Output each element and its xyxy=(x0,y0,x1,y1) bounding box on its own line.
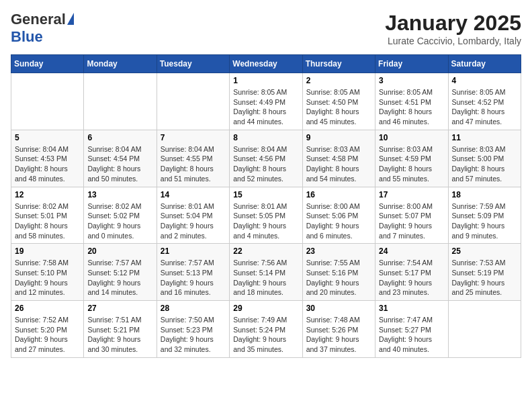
day-info: Sunrise: 7:58 AM Sunset: 5:10 PM Dayligh… xyxy=(15,258,80,298)
calendar-cell: 31Sunrise: 7:47 AM Sunset: 5:27 PM Dayli… xyxy=(375,301,448,358)
day-number: 6 xyxy=(87,133,152,142)
day-number: 20 xyxy=(87,246,152,256)
logo-general-text: General xyxy=(11,11,66,28)
calendar-cell: 3Sunrise: 8:05 AM Sunset: 4:51 PM Daylig… xyxy=(375,73,448,130)
weekday-header-monday: Monday xyxy=(84,55,157,73)
day-info: Sunrise: 8:00 AM Sunset: 5:06 PM Dayligh… xyxy=(306,201,371,241)
calendar-cell: 25Sunrise: 7:53 AM Sunset: 5:19 PM Dayli… xyxy=(448,244,521,301)
weekday-header-thursday: Thursday xyxy=(302,55,375,73)
day-info: Sunrise: 7:56 AM Sunset: 5:14 PM Dayligh… xyxy=(233,258,298,298)
calendar-week-row: 1Sunrise: 8:05 AM Sunset: 4:49 PM Daylig… xyxy=(11,73,521,130)
calendar-cell: 18Sunrise: 7:59 AM Sunset: 5:09 PM Dayli… xyxy=(448,187,521,244)
day-info: Sunrise: 8:04 AM Sunset: 4:53 PM Dayligh… xyxy=(15,144,80,184)
calendar-cell: 4Sunrise: 8:05 AM Sunset: 4:52 PM Daylig… xyxy=(448,73,521,130)
day-number: 22 xyxy=(233,246,298,256)
day-info: Sunrise: 7:53 AM Sunset: 5:19 PM Dayligh… xyxy=(452,258,517,298)
day-info: Sunrise: 8:03 AM Sunset: 4:59 PM Dayligh… xyxy=(379,144,444,184)
day-number: 13 xyxy=(87,190,152,199)
day-number: 21 xyxy=(161,246,226,256)
calendar-week-row: 12Sunrise: 8:02 AM Sunset: 5:01 PM Dayli… xyxy=(11,187,521,244)
calendar-cell: 12Sunrise: 8:02 AM Sunset: 5:01 PM Dayli… xyxy=(11,187,84,244)
day-info: Sunrise: 7:57 AM Sunset: 5:13 PM Dayligh… xyxy=(161,258,226,298)
calendar-table: SundayMondayTuesdayWednesdayThursdayFrid… xyxy=(11,54,521,358)
calendar-cell: 19Sunrise: 7:58 AM Sunset: 5:10 PM Dayli… xyxy=(11,244,84,301)
day-info: Sunrise: 8:05 AM Sunset: 4:51 PM Dayligh… xyxy=(379,87,444,127)
calendar-week-row: 26Sunrise: 7:52 AM Sunset: 5:20 PM Dayli… xyxy=(11,301,521,358)
calendar-week-row: 5Sunrise: 8:04 AM Sunset: 4:53 PM Daylig… xyxy=(11,130,521,187)
calendar-cell: 21Sunrise: 7:57 AM Sunset: 5:13 PM Dayli… xyxy=(157,244,229,301)
weekday-row: SundayMondayTuesdayWednesdayThursdayFrid… xyxy=(11,55,521,73)
weekday-header-tuesday: Tuesday xyxy=(157,55,229,73)
day-info: Sunrise: 8:02 AM Sunset: 5:02 PM Dayligh… xyxy=(87,201,152,241)
day-info: Sunrise: 7:51 AM Sunset: 5:21 PM Dayligh… xyxy=(87,315,152,355)
day-number: 23 xyxy=(306,246,371,256)
day-number: 11 xyxy=(452,133,517,142)
logo-triangle-icon xyxy=(67,13,74,25)
day-number: 31 xyxy=(379,304,444,313)
day-info: Sunrise: 8:01 AM Sunset: 5:05 PM Dayligh… xyxy=(233,201,298,241)
weekday-header-sunday: Sunday xyxy=(11,55,84,73)
day-number: 9 xyxy=(306,133,371,142)
day-info: Sunrise: 7:50 AM Sunset: 5:23 PM Dayligh… xyxy=(161,315,226,355)
day-number: 1 xyxy=(233,76,298,85)
logo-blue-text: Blue xyxy=(11,28,43,46)
day-number: 14 xyxy=(161,190,226,199)
page-header: General Blue January 2025 Lurate Caccivi… xyxy=(11,11,521,46)
calendar-cell: 27Sunrise: 7:51 AM Sunset: 5:21 PM Dayli… xyxy=(84,301,157,358)
calendar-cell: 2Sunrise: 8:05 AM Sunset: 4:50 PM Daylig… xyxy=(302,73,375,130)
calendar-cell: 26Sunrise: 7:52 AM Sunset: 5:20 PM Dayli… xyxy=(11,301,84,358)
day-number: 12 xyxy=(15,190,80,199)
day-info: Sunrise: 8:02 AM Sunset: 5:01 PM Dayligh… xyxy=(15,201,80,241)
day-info: Sunrise: 7:57 AM Sunset: 5:12 PM Dayligh… xyxy=(87,258,152,298)
day-info: Sunrise: 7:47 AM Sunset: 5:27 PM Dayligh… xyxy=(379,315,444,355)
day-number: 25 xyxy=(452,246,517,256)
day-number: 29 xyxy=(233,304,298,313)
month-title: January 2025 xyxy=(385,11,521,36)
day-number: 4 xyxy=(452,76,517,85)
location-text: Lurate Caccivio, Lombardy, Italy xyxy=(385,36,521,46)
day-number: 16 xyxy=(306,190,371,199)
day-info: Sunrise: 8:04 AM Sunset: 4:54 PM Dayligh… xyxy=(87,144,152,184)
day-number: 18 xyxy=(452,190,517,199)
day-info: Sunrise: 8:01 AM Sunset: 5:04 PM Dayligh… xyxy=(161,201,226,241)
day-info: Sunrise: 7:54 AM Sunset: 5:17 PM Dayligh… xyxy=(379,258,444,298)
calendar-cell: 24Sunrise: 7:54 AM Sunset: 5:17 PM Dayli… xyxy=(375,244,448,301)
day-number: 17 xyxy=(379,190,444,199)
calendar-cell: 8Sunrise: 8:04 AM Sunset: 4:56 PM Daylig… xyxy=(230,130,302,187)
day-number: 19 xyxy=(15,246,80,256)
day-number: 24 xyxy=(379,246,444,256)
day-info: Sunrise: 8:00 AM Sunset: 5:07 PM Dayligh… xyxy=(379,201,444,241)
day-info: Sunrise: 8:03 AM Sunset: 4:58 PM Dayligh… xyxy=(306,144,371,184)
day-number: 28 xyxy=(161,304,226,313)
calendar-cell: 14Sunrise: 8:01 AM Sunset: 5:04 PM Dayli… xyxy=(157,187,229,244)
calendar-cell: 23Sunrise: 7:55 AM Sunset: 5:16 PM Dayli… xyxy=(302,244,375,301)
day-number: 15 xyxy=(233,190,298,199)
calendar-cell xyxy=(84,73,157,130)
calendar-cell: 10Sunrise: 8:03 AM Sunset: 4:59 PM Dayli… xyxy=(375,130,448,187)
day-info: Sunrise: 7:59 AM Sunset: 5:09 PM Dayligh… xyxy=(452,201,517,241)
day-info: Sunrise: 8:05 AM Sunset: 4:50 PM Dayligh… xyxy=(306,87,371,127)
calendar-cell: 20Sunrise: 7:57 AM Sunset: 5:12 PM Dayli… xyxy=(84,244,157,301)
calendar-cell: 30Sunrise: 7:48 AM Sunset: 5:26 PM Dayli… xyxy=(302,301,375,358)
calendar-cell: 6Sunrise: 8:04 AM Sunset: 4:54 PM Daylig… xyxy=(84,130,157,187)
calendar-cell: 9Sunrise: 8:03 AM Sunset: 4:58 PM Daylig… xyxy=(302,130,375,187)
calendar-cell: 15Sunrise: 8:01 AM Sunset: 5:05 PM Dayli… xyxy=(230,187,302,244)
logo: General Blue xyxy=(11,11,74,46)
day-number: 30 xyxy=(306,304,371,313)
day-number: 10 xyxy=(379,133,444,142)
calendar-cell: 7Sunrise: 8:04 AM Sunset: 4:55 PM Daylig… xyxy=(157,130,229,187)
calendar-cell: 17Sunrise: 8:00 AM Sunset: 5:07 PM Dayli… xyxy=(375,187,448,244)
day-info: Sunrise: 8:05 AM Sunset: 4:49 PM Dayligh… xyxy=(233,87,298,127)
day-number: 7 xyxy=(161,133,226,142)
day-number: 26 xyxy=(15,304,80,313)
weekday-header-saturday: Saturday xyxy=(448,55,521,73)
day-info: Sunrise: 8:05 AM Sunset: 4:52 PM Dayligh… xyxy=(452,87,517,127)
day-number: 3 xyxy=(379,76,444,85)
day-number: 8 xyxy=(233,133,298,142)
day-info: Sunrise: 7:55 AM Sunset: 5:16 PM Dayligh… xyxy=(306,258,371,298)
day-info: Sunrise: 8:04 AM Sunset: 4:56 PM Dayligh… xyxy=(233,144,298,184)
day-number: 5 xyxy=(15,133,80,142)
weekday-header-wednesday: Wednesday xyxy=(230,55,302,73)
day-info: Sunrise: 7:49 AM Sunset: 5:24 PM Dayligh… xyxy=(233,315,298,355)
calendar-cell xyxy=(448,301,521,358)
